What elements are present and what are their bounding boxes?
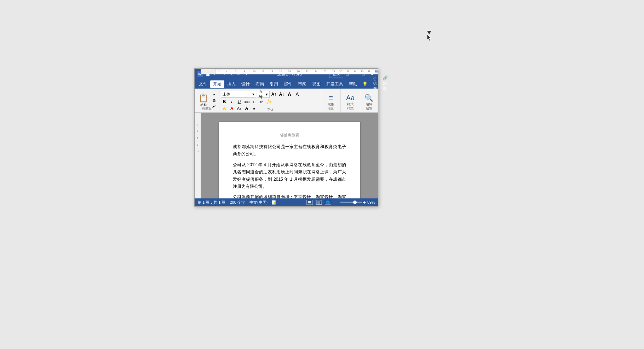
zoom-percent: 89% — [367, 200, 375, 204]
font-name-dropdown-icon: ▾ — [252, 92, 254, 97]
style-group-label: 样式 — [341, 106, 360, 111]
document-content[interactable]: 成都邻落寓科技有限公司是一家主营在线教育和教育类电子商务的公司。 公司从 201… — [233, 143, 346, 198]
zoom-thumb — [353, 201, 357, 204]
italic-button[interactable]: I — [228, 98, 235, 105]
paste-icon: 📋 — [199, 94, 208, 103]
font-size-value: 五号 — [259, 89, 266, 100]
language: 中文(中国) — [249, 200, 268, 205]
lightbulb-icon-btn[interactable]: 💡 — [360, 81, 370, 87]
search-icon: 🔍 — [364, 94, 373, 101]
word-count: 200 个字 — [230, 200, 245, 205]
word-window: W 💾 ↩ ↪ fx ✏ ▾ 文档1 - Word 登录 ⊟ — □ ✕ 文件 … — [194, 68, 378, 207]
text-aa-button[interactable]: A — [286, 91, 293, 97]
desktop: W 💾 ↩ ↪ fx ✏ ▾ 文档1 - Word 登录 ⊟ — □ ✕ 文件 … — [0, 0, 644, 349]
clipboard-label: 剪贴板 — [195, 106, 219, 111]
menu-item-insert[interactable]: 插入 — [224, 80, 238, 88]
subscript-button[interactable]: x₂ — [251, 98, 258, 105]
bold-button[interactable]: B — [221, 98, 228, 105]
style-icon: Aa — [346, 94, 355, 101]
status-right: 📖 □ 🌐 — + 89% — [306, 199, 375, 205]
menu-bar: 文件 开始 插入 设计 布局 引用 邮件 审阅 视图 开发工具 帮助 💡 告诉我… — [195, 79, 378, 89]
cut-button[interactable]: ✂ — [211, 92, 217, 97]
left-ruler: 2 4 6 8 10 — [195, 113, 201, 198]
mouse-cursor — [427, 31, 431, 38]
strikethrough-button[interactable]: abc — [243, 98, 250, 105]
font-size-selector[interactable]: 五号 ▾ — [257, 91, 270, 98]
zoom-in-button[interactable]: + — [363, 199, 366, 205]
font-group: 宋体 ▾ 五号 ▾ A↑ A↓ A A B I U abc — [219, 89, 321, 112]
increase-font-button[interactable]: A↑ — [270, 91, 277, 97]
font-name-selector[interactable]: 宋体 ▾ — [221, 91, 256, 98]
font-label: 字体 — [219, 108, 321, 112]
menu-item-mailing[interactable]: 邮件 — [281, 80, 295, 88]
menu-item-view[interactable]: 视图 — [309, 80, 323, 88]
ribbon: 📋 粘贴 ✂ ⧉ 🖌 剪贴板 宋体 ▾ — [195, 89, 378, 113]
document-scroll[interactable]: 邻落寓教育 成都邻落寓科技有限公司是一家主营在线教育和教育类电子商务的公司。 公… — [201, 118, 378, 198]
read-mode-button[interactable]: 📖 — [306, 200, 313, 205]
zoom-slider[interactable] — [340, 202, 362, 203]
font-row1: 宋体 ▾ 五号 ▾ A↑ A↓ A A — [221, 91, 301, 98]
edit-group-label: 编辑 — [360, 106, 378, 111]
doc-paragraph-1: 成都邻落寓科技有限公司是一家主营在线教育和教育类电子商务的公司。 — [233, 143, 346, 158]
menu-item-developer[interactable]: 开发工具 — [323, 80, 346, 88]
status-bar: 第 1 页，共 1 页 200 个字 中文(中国) 📝 📖 □ 🌐 — + 89… — [195, 198, 378, 206]
highlight-button[interactable]: ✨ — [265, 98, 272, 105]
web-layout-button[interactable]: 🌐 — [325, 200, 331, 205]
doc-paragraph-3: 公司当前开展的培训项目包括：平面设计、淘宝设计、淘宝运营、摄影后期、CAD 制图… — [233, 193, 346, 198]
copy-button[interactable]: ⧉ — [211, 98, 217, 103]
font-name-value: 宋体 — [223, 92, 230, 97]
print-layout-button[interactable]: □ — [316, 200, 322, 205]
font-row2: B I U abc x₂ x² ✨ — [221, 98, 272, 105]
menu-item-home[interactable]: 开始 — [210, 80, 224, 88]
menu-item-review[interactable]: 审阅 — [295, 80, 309, 88]
paragraph-group-label: 段落 — [321, 106, 340, 111]
clear-format-button[interactable]: A — [294, 91, 301, 97]
font-size-dropdown-icon: ▾ — [266, 92, 268, 97]
share-btn[interactable]: 🔗 共享 — [380, 75, 390, 93]
menu-item-file[interactable]: 文件 — [196, 80, 210, 88]
superscript-button[interactable]: x² — [258, 98, 265, 105]
document-area: 2 4 6 8 10 2 4 6 8 10 12 14 16 18 — [195, 113, 378, 198]
zoom-control: — + 89% — [334, 199, 375, 205]
decrease-font-button[interactable]: A↓ — [278, 91, 285, 97]
menu-item-layout[interactable]: 布局 — [253, 80, 267, 88]
paragraph-group: ≡ 段落 段落 — [321, 89, 341, 112]
edit-group: 🔍 编辑 编辑 — [360, 89, 378, 112]
menu-item-design[interactable]: 设计 — [238, 80, 253, 88]
menu-item-references[interactable]: 引用 — [267, 80, 281, 88]
document-page: 邻落寓教育 成都邻落寓科技有限公司是一家主营在线教育和教育类电子商务的公司。 公… — [219, 122, 360, 198]
track-icon: 📝 — [272, 200, 277, 205]
zoom-out-button[interactable]: — — [334, 199, 339, 205]
page-info: 第 1 页，共 1 页 — [197, 200, 225, 205]
doc-paragraph-2: 公司从 2012 年 4 月开始从事网络在线教育至今，由最初的几名志同道合的朋友… — [233, 161, 346, 190]
style-group: Aa 样式 样式 — [341, 89, 360, 112]
menu-item-help[interactable]: 帮助 — [346, 80, 360, 88]
doc-header: 邻落寓教育 — [233, 133, 346, 138]
paragraph-icon: ≡ — [329, 94, 333, 101]
clipboard-group: 📋 粘贴 ✂ ⧉ 🖌 剪贴板 — [195, 89, 219, 112]
underline-button[interactable]: U — [236, 98, 243, 105]
